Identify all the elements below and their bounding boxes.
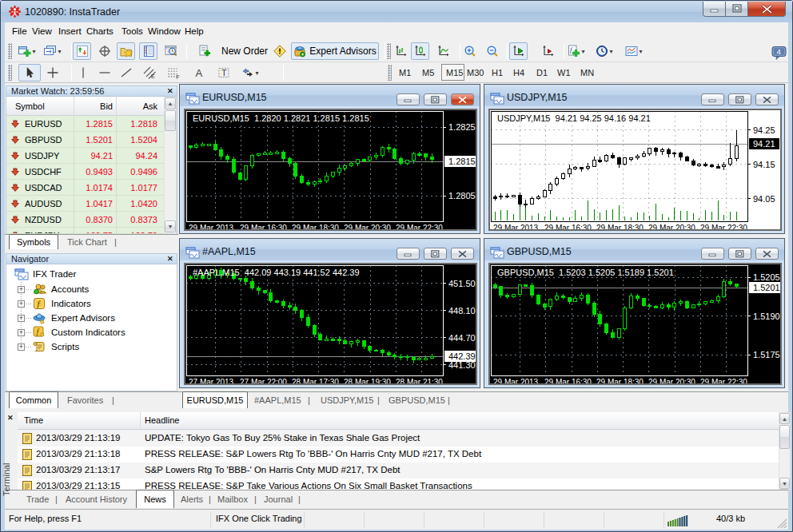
svg-text:4: 4 xyxy=(777,47,781,56)
svg-text:GBPUSD,M15 1.5203 1.5205 1.51: GBPUSD,M15 1.5203 1.5205 1.5189 1.5201 xyxy=(497,268,674,277)
svg-text:29 Mar 18:30: 29 Mar 18:30 xyxy=(596,224,644,229)
svg-text:29 Mar 20:30: 29 Mar 20:30 xyxy=(648,378,695,383)
svg-text:29 Mar 18:30: 29 Mar 18:30 xyxy=(596,378,644,383)
svg-text:29 Mar 22:30: 29 Mar 22:30 xyxy=(396,224,443,229)
svg-text:29 Mar 2013: 29 Mar 2013 xyxy=(493,378,539,383)
svg-text:1.2805: 1.2805 xyxy=(448,191,476,200)
svg-text:F: F xyxy=(177,74,180,80)
svg-text:#AAPL,M15 442.09 443.19 441.5: #AAPL,M15 442.09 443.19 441.52 442.39 xyxy=(193,268,360,277)
svg-text:29 Mar 20:30: 29 Mar 20:30 xyxy=(648,224,695,229)
svg-text:29 Mar 2013: 29 Mar 2013 xyxy=(189,224,234,229)
svg-text:USDJPY,M15 94.21 94.25 94.16: USDJPY,M15 94.21 94.25 94.16 94.21 xyxy=(497,113,651,123)
svg-text:28 Mar 17:30: 28 Mar 17:30 xyxy=(292,378,339,383)
svg-text:29 Mar 16:30: 29 Mar 16:30 xyxy=(240,224,287,229)
svg-text:EURUSD,M15 1.2820 1.2821 1.28: EURUSD,M15 1.2820 1.2821 1.2815 1.2815 xyxy=(193,113,369,123)
svg-text:94.15: 94.15 xyxy=(753,160,775,169)
svg-text:94.05: 94.05 xyxy=(753,194,775,204)
svg-text:29 Mar 18:30: 29 Mar 18:30 xyxy=(292,224,339,229)
svg-text:28 Mar 21:30: 28 Mar 21:30 xyxy=(396,378,443,383)
svg-text:1.2815: 1.2815 xyxy=(448,157,476,166)
svg-text:27 Mar 22:00: 27 Mar 22:00 xyxy=(240,378,287,383)
svg-text:94.21: 94.21 xyxy=(753,139,775,149)
svg-text:442.39: 442.39 xyxy=(448,351,476,361)
svg-text:29 Mar 2013: 29 Mar 2013 xyxy=(493,224,539,229)
svg-text:A: A xyxy=(196,67,203,79)
svg-text:29 Mar 22:30: 29 Mar 22:30 xyxy=(700,224,747,229)
svg-text:28 Mar 19:30: 28 Mar 19:30 xyxy=(344,378,391,383)
svg-text:29 Mar 20:30: 29 Mar 20:30 xyxy=(344,224,391,229)
svg-text:27 Mar 2013: 27 Mar 2013 xyxy=(189,378,234,383)
svg-text:1.5201: 1.5201 xyxy=(753,283,780,292)
svg-text:451.50: 451.50 xyxy=(448,279,476,288)
svg-text:T: T xyxy=(221,68,227,77)
svg-text:29 Mar 16:30: 29 Mar 16:30 xyxy=(544,224,592,229)
svg-text:E: E xyxy=(151,73,155,79)
svg-text:1.5205: 1.5205 xyxy=(753,272,780,282)
svg-text:29 Mar 22:30: 29 Mar 22:30 xyxy=(700,378,747,383)
svg-text:1.5190: 1.5190 xyxy=(753,312,780,321)
svg-text:1.2825: 1.2825 xyxy=(448,122,476,132)
svg-text:29 Mar 16:30: 29 Mar 16:30 xyxy=(544,378,592,383)
svg-text:448.10: 448.10 xyxy=(448,306,476,316)
svg-text:94.25: 94.25 xyxy=(753,125,775,135)
svg-text:1.5175: 1.5175 xyxy=(753,350,780,359)
svg-text:444.70: 444.70 xyxy=(448,333,476,343)
